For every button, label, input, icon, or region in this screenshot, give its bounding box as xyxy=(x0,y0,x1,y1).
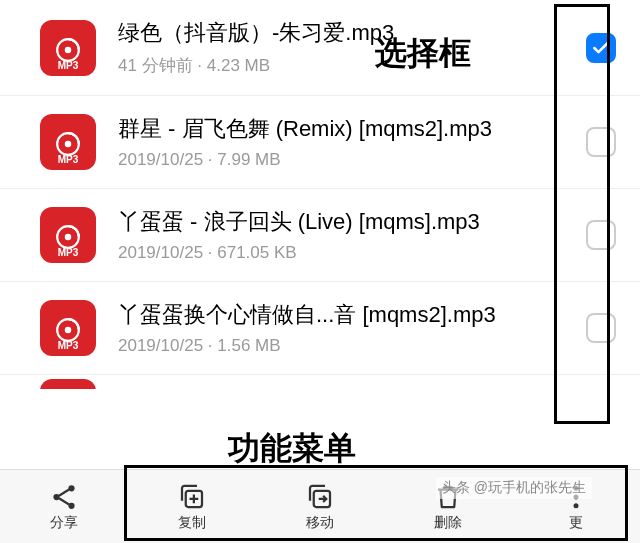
file-title: 群星 - 眉飞色舞 (Remix) [mqms2].mp3 xyxy=(118,114,574,144)
copy-button[interactable]: 复制 xyxy=(128,470,256,543)
move-icon xyxy=(305,482,335,512)
svg-point-7 xyxy=(65,327,72,334)
file-list: MP3 绿色（抖音版）-朱习爱.mp3 41 分钟前 · 4.23 MB MP3… xyxy=(0,0,640,389)
annotation-selection-box: 选择框 xyxy=(375,32,471,76)
checkbox[interactable] xyxy=(586,313,616,343)
mp3-icon: MP3 xyxy=(40,20,96,76)
more-label: 更 xyxy=(569,514,583,532)
list-item[interactable]: MP3 群星 - 眉飞色舞 (Remix) [mqms2].mp3 2019/1… xyxy=(0,96,640,189)
list-item[interactable]: MP3 丫蛋蛋换个心情做自...音 [mqms2].mp3 2019/10/25… xyxy=(0,282,640,375)
annotation-function-menu: 功能菜单 xyxy=(228,427,356,471)
file-meta: 41 分钟前 · 4.23 MB xyxy=(118,54,574,77)
copy-label: 复制 xyxy=(178,514,206,532)
mp3-icon xyxy=(40,379,96,389)
share-button[interactable]: 分享 xyxy=(0,470,128,543)
svg-point-15 xyxy=(574,503,579,508)
list-item-partial xyxy=(0,375,640,389)
file-meta: 2019/10/25 · 1.56 MB xyxy=(118,336,574,356)
svg-point-3 xyxy=(65,141,72,148)
file-title: 丫蛋蛋 - 浪子回头 (Live) [mqms].mp3 xyxy=(118,207,574,237)
move-label: 移动 xyxy=(306,514,334,532)
share-icon xyxy=(49,482,79,512)
share-label: 分享 xyxy=(50,514,78,532)
file-info: 群星 - 眉飞色舞 (Remix) [mqms2].mp3 2019/10/25… xyxy=(118,114,574,170)
file-meta: 2019/10/25 · 671.05 KB xyxy=(118,243,574,263)
move-button[interactable]: 移动 xyxy=(256,470,384,543)
file-title: 丫蛋蛋换个心情做自...音 [mqms2].mp3 xyxy=(118,300,574,330)
file-info: 绿色（抖音版）-朱习爱.mp3 41 分钟前 · 4.23 MB xyxy=(118,18,574,77)
checkbox[interactable] xyxy=(586,220,616,250)
copy-icon xyxy=(177,482,207,512)
delete-label: 删除 xyxy=(434,514,462,532)
file-title: 绿色（抖音版）-朱习爱.mp3 xyxy=(118,18,574,48)
list-item[interactable]: MP3 丫蛋蛋 - 浪子回头 (Live) [mqms].mp3 2019/10… xyxy=(0,189,640,282)
svg-point-5 xyxy=(65,234,72,241)
mp3-icon: MP3 xyxy=(40,207,96,263)
svg-point-1 xyxy=(65,46,72,53)
file-info: 丫蛋蛋 - 浪子回头 (Live) [mqms].mp3 2019/10/25 … xyxy=(118,207,574,263)
checkbox[interactable] xyxy=(586,33,616,63)
file-meta: 2019/10/25 · 7.99 MB xyxy=(118,150,574,170)
watermark: 头条 @玩手机的张先生 xyxy=(436,477,592,499)
file-info: 丫蛋蛋换个心情做自...音 [mqms2].mp3 2019/10/25 · 1… xyxy=(118,300,574,356)
checkbox[interactable] xyxy=(586,127,616,157)
mp3-icon: MP3 xyxy=(40,114,96,170)
list-item[interactable]: MP3 绿色（抖音版）-朱习爱.mp3 41 分钟前 · 4.23 MB xyxy=(0,0,640,96)
mp3-icon: MP3 xyxy=(40,300,96,356)
